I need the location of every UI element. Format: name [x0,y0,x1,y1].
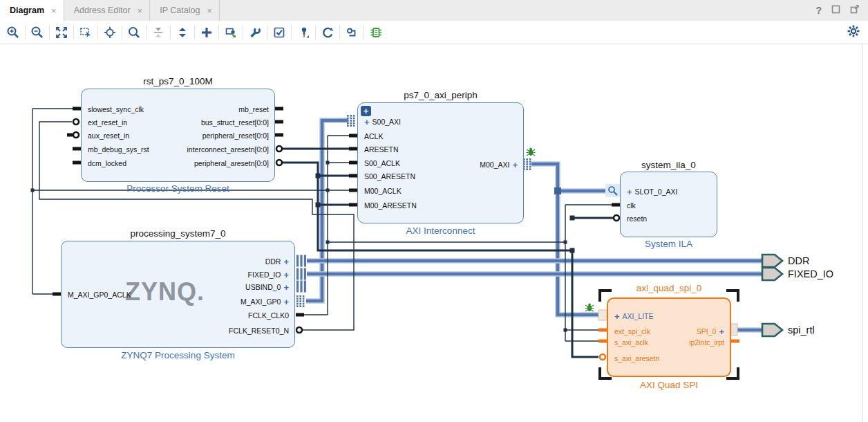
maximize-icon[interactable] [831,4,840,17]
block-ps7-0-axi-periph[interactable]: + +S00_AXI ACLK ARESETN S00_ACLK S00_ARE… [357,102,524,223]
add-ip-icon[interactable] [198,24,216,42]
port-fixed-io[interactable]: FIXED_IO+ [248,269,289,280]
port-label: slowest_sync_clk [88,104,144,115]
show-interface-connections-icon[interactable] [367,24,385,42]
port-clk[interactable]: clk [627,200,636,211]
diagram-canvas[interactable]: rst_ps7_0_100M slowest_sync_clk ext_rese… [0,44,868,422]
zoom-in-icon[interactable] [4,24,22,42]
port-label: mb_reset [238,104,269,115]
expand-plus-icon[interactable]: + [283,297,289,306]
validate-design-icon[interactable] [270,24,288,42]
port-s00-aclk[interactable]: S00_ACLK [364,158,400,169]
port-label: s_axi_aclk [614,337,648,348]
expand-plus-icon[interactable]: + [283,283,289,292]
optimize-routing-icon[interactable] [343,24,361,42]
expand-hierarchy-icon[interactable] [173,24,191,42]
port-fclk-reset0-n[interactable]: FCLK_RESET0_N [229,325,289,336]
port-label: FCLK_RESET0_N [229,325,289,336]
close-icon[interactable]: × [51,6,57,16]
port-label: AXI_LITE [623,311,654,322]
port-s00-aresetn[interactable]: S00_ARESETN [364,171,415,182]
tab-diagram[interactable]: Diagram × [0,0,64,21]
port-s-axi-aresetn[interactable]: s_axi_aresetn [614,353,659,364]
port-label: S00_ARESETN [364,171,415,182]
port-aux-reset-in[interactable]: aux_reset_in [88,130,129,141]
port-interconnect-aresetn[interactable]: interconnect_aresetn[0:0] [187,144,270,155]
external-port-fixed-io[interactable]: FIXED_IO [788,268,833,280]
external-port-ddr[interactable]: DDR [788,255,809,267]
expand-plus-icon[interactable]: + [283,270,289,279]
close-icon[interactable]: × [138,6,143,16]
port-aresetn[interactable]: ARESETN [364,144,399,155]
port-slowest-sync-clk[interactable]: slowest_sync_clk [88,104,144,115]
port-axi-lite[interactable]: +AXI_LITE [614,311,654,322]
expand-plus-icon[interactable]: + [512,160,518,169]
block-title-quad-spi: axi_quad_spi_0 [607,283,731,294]
port-dcm-locked[interactable]: dcm_locked [88,158,126,169]
external-port-spi-rtl[interactable]: spi_rtl [788,324,815,336]
help-icon[interactable]: ? [815,5,822,16]
port-spi-0[interactable]: SPI_0+ [697,326,724,337]
port-m-axi-gp0-aclk[interactable]: M_AXI_GP0_ACLK [68,289,131,300]
expand-block-icon[interactable]: + [361,106,371,116]
collapse-hierarchy-icon[interactable] [149,24,167,42]
port-m00-aclk[interactable]: M00_ACLK [364,185,402,196]
port-label: M_AXI_GP0_ACLK [68,289,131,300]
port-ext-reset-in[interactable]: ext_reset_in [88,117,127,128]
port-label: ip2intc_irpt [689,337,724,348]
port-peripheral-reset[interactable]: peripheral_reset[0:0] [202,130,269,141]
port-label: SLOT_0_AXI [635,186,678,197]
customize-block-icon[interactable] [246,24,264,42]
fit-selection-icon[interactable] [101,24,119,42]
zoom-to-selection-icon[interactable] [77,24,95,42]
port-s00-axi[interactable]: +S00_AXI [364,116,401,127]
port-label: DDR [265,256,281,267]
pin-design-icon[interactable] [294,24,312,42]
port-slot-0-axi[interactable]: +SLOT_0_AXI [627,186,677,197]
tab-ip-catalog[interactable]: IP Catalog × [150,0,220,21]
port-label: clk [627,200,636,211]
port-ddr[interactable]: DDR+ [265,256,289,267]
port-s-axi-aclk[interactable]: s_axi_aclk [614,337,648,348]
block-axi-quad-spi-0[interactable]: +AXI_LITE ext_spi_clk s_axi_aclk s_axi_a… [607,297,731,377]
zynq-logo: ZYNQ. [125,277,205,306]
port-ext-spi-clk[interactable]: ext_spi_clk [614,326,650,337]
port-label: dcm_locked [88,158,126,169]
search-icon[interactable] [125,24,143,42]
float-window-icon[interactable] [850,4,860,17]
probe-magnifier-icon [605,184,621,197]
port-label: bus_struct_reset[0:0] [201,117,269,128]
external-port-symbols[interactable] [762,255,782,336]
zoom-fit-icon[interactable] [53,24,70,42]
expand-plus-icon[interactable]: + [283,257,289,266]
close-icon[interactable]: × [207,6,212,16]
port-m00-aresetn[interactable]: M00_ARESETN [364,200,417,211]
expand-plus-icon[interactable]: + [364,118,370,127]
block-processing-system7-0[interactable]: ZYNQ. M_AXI_GP0_ACLK DDR+ FIXED_IO+ USBI… [61,241,295,348]
block-type-ila: System ILA [620,239,717,250]
block-rst-ps7-0-100m[interactable]: slowest_sync_clk ext_reset_in aux_reset_… [81,89,275,182]
expand-plus-icon[interactable]: + [614,312,620,321]
port-usbind-0[interactable]: USBIND_0+ [245,282,289,293]
port-ip2intc-irpt[interactable]: ip2intc_irpt [689,337,724,348]
port-m-axi-gp0[interactable]: M_AXI_GP0+ [240,296,289,307]
expand-plus-icon[interactable]: + [719,327,724,336]
zoom-out-icon[interactable] [28,24,46,42]
port-mb-debug-sys-rst[interactable]: mb_debug_sys_rst [88,144,149,155]
block-system-ila-0[interactable]: +SLOT_0_AXI clk resetn [620,172,717,237]
port-mb-reset[interactable]: mb_reset [238,104,269,115]
port-fclk-clk0[interactable]: FCLK_CLK0 [248,310,289,321]
tab-address-editor[interactable]: Address Editor × [64,0,151,21]
port-resetn[interactable]: resetn [627,213,647,224]
regenerate-layout-icon[interactable] [319,24,337,42]
port-aclk[interactable]: ACLK [364,131,383,142]
port-label: USBIND_0 [245,282,281,293]
port-peripheral-aresetn[interactable]: peripheral_aresetn[0:0] [194,158,269,169]
expand-plus-icon[interactable]: + [627,187,632,196]
port-bus-struct-reset[interactable]: bus_struct_reset[0:0] [201,117,269,128]
port-label: FCLK_CLK0 [248,310,289,321]
settings-gear-icon[interactable] [846,24,861,42]
block-type-interconnect: AXI Interconnect [357,226,524,237]
make-external-icon[interactable] [222,24,240,42]
port-m00-axi[interactable]: M00_AXI+ [480,159,518,170]
